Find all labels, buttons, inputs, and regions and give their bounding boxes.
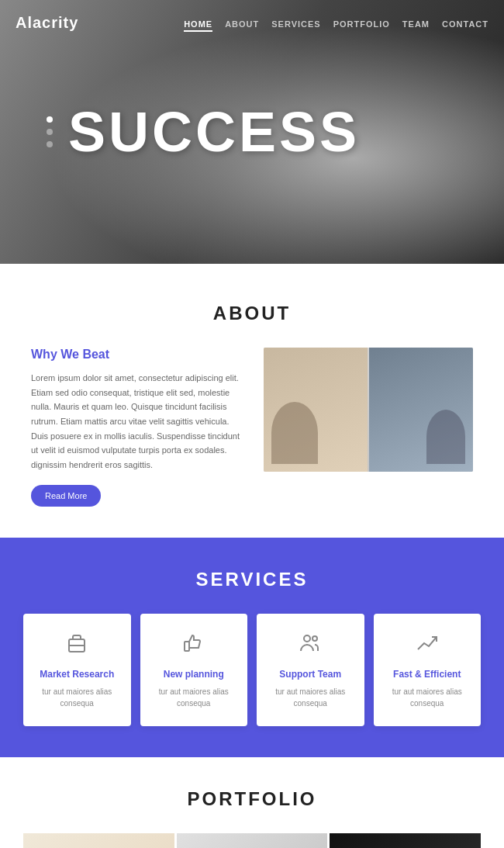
service-title-fast-efficient: Fast & Efficient [385, 669, 471, 680]
hero-dot-3[interactable] [47, 141, 53, 147]
nav-item-contact[interactable]: CONTACT [442, 16, 488, 30]
hero-dot-1[interactable] [47, 116, 53, 123]
about-image [264, 348, 473, 472]
about-content: Why We Beat Lorem ipsum dolor sit amet, … [31, 348, 473, 507]
services-grid: Market Research tur aut maiores alias co… [23, 614, 481, 726]
hero-title: SUCCESS [68, 100, 360, 164]
about-section: ABOUT Why We Beat Lorem ipsum dolor sit … [0, 264, 504, 538]
users-icon [268, 631, 354, 661]
portfolio-grid: 12 6 [23, 833, 481, 848]
nav-item-home[interactable]: HOME [184, 16, 212, 30]
service-card-market-research[interactable]: Market Research tur aut maiores alias co… [23, 614, 131, 726]
nav-item-services[interactable]: SERVICES [271, 16, 320, 30]
read-more-button[interactable]: Read More [31, 485, 101, 507]
brand-logo[interactable]: Alacrity [16, 14, 78, 32]
nav-item-about[interactable]: ABOUT [225, 16, 259, 30]
service-desc-market-research: tur aut maiores alias consequa [34, 686, 120, 709]
hero-content: SUCCESS [0, 100, 360, 164]
service-card-new-planning[interactable]: New planning tur aut maiores alias conse… [140, 614, 248, 726]
navbar: Alacrity HOME ABOUT SERVICES PORTFOLIO T… [0, 0, 504, 46]
service-card-support-team[interactable]: Support Team tur aut maiores alias conse… [257, 614, 364, 726]
portfolio-item-tags[interactable] [23, 833, 174, 848]
service-title-market-research: Market Research [34, 669, 120, 680]
service-desc-support-team: tur aut maiores alias consequa [268, 686, 354, 709]
portfolio-item-clock[interactable]: 12 6 [330, 833, 481, 848]
service-desc-fast-efficient: tur aut maiores alias consequa [385, 686, 471, 709]
nav-item-portfolio[interactable]: PORTFOLIO [333, 16, 390, 30]
about-image-left [264, 348, 368, 472]
service-title-new-planning: New planning [151, 669, 237, 680]
about-title: ABOUT [31, 303, 473, 324]
nav-menu: HOME ABOUT SERVICES PORTFOLIO TEAM CONTA… [184, 16, 488, 30]
services-section: SERVICES Market Research tur aut maiores… [0, 538, 504, 757]
portfolio-title: PORTFOLIO [23, 788, 481, 810]
svg-rect-2 [185, 642, 189, 651]
headphone-decoration [192, 841, 270, 848]
portfolio-item-headphones[interactable] [177, 833, 328, 848]
services-title: SERVICES [23, 569, 481, 590]
svg-point-3 [304, 635, 310, 642]
about-text-block: Why We Beat Lorem ipsum dolor sit amet, … [31, 348, 240, 507]
about-heading: Why We Beat [31, 348, 240, 362]
nav-item-team[interactable]: TEAM [402, 16, 430, 30]
service-card-fast-efficient[interactable]: Fast & Efficient tur aut maiores alias c… [374, 614, 482, 726]
chart-up-icon [385, 631, 471, 661]
about-body: Lorem ipsum dolor sit amet, consectetur … [31, 371, 240, 472]
hero-dot-2[interactable] [47, 129, 53, 135]
service-title-support-team: Support Team [268, 669, 354, 680]
svg-point-4 [312, 636, 317, 641]
hero-indicators [47, 116, 53, 147]
thumbs-up-icon [151, 631, 237, 661]
portfolio-section: PORTFOLIO 12 6 [0, 757, 504, 848]
briefcase-icon [34, 631, 120, 661]
service-desc-new-planning: tur aut maiores alias consequa [151, 686, 237, 709]
about-image-right [369, 348, 473, 472]
